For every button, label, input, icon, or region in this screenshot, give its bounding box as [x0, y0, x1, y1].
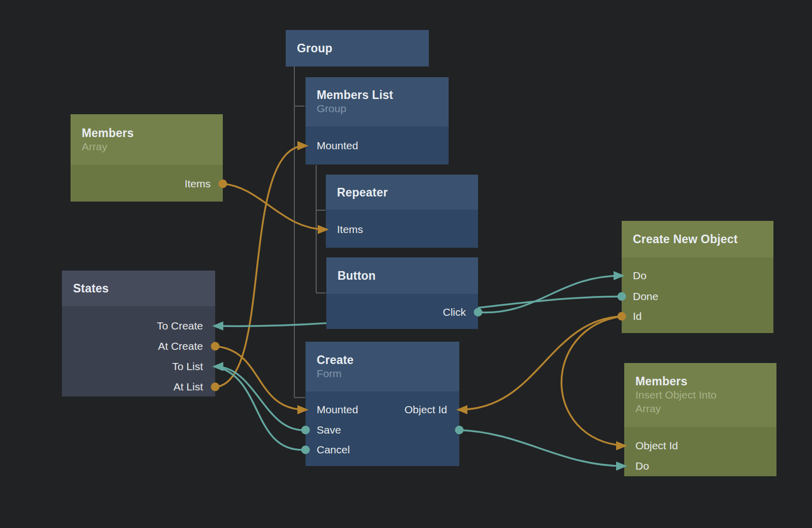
- connection-save-to-tolist[interactable]: [215, 367, 306, 430]
- node-states[interactable]: StatesTo CreateAt CreateTo ListAt List: [62, 271, 215, 397]
- node-header[interactable]: CreateForm: [306, 342, 459, 391]
- node-header[interactable]: Create New Object: [622, 221, 773, 257]
- node-title: States: [73, 282, 204, 295]
- port-to-list-label[interactable]: To List: [172, 360, 203, 373]
- connection-click-to-do[interactable]: [478, 276, 622, 312]
- node-subtitle: Array: [82, 140, 186, 153]
- node-button[interactable]: ButtonClick: [326, 257, 478, 329]
- node-title: Create: [317, 353, 448, 367]
- node-subtitle: Form: [317, 367, 421, 380]
- node-create[interactable]: CreateFormMountedSaveCancelObject Id: [306, 342, 459, 466]
- node-header[interactable]: Button: [326, 257, 478, 294]
- port-mounted-label[interactable]: Mounted: [317, 403, 358, 416]
- connection-save-to-insert-do[interactable]: [459, 430, 624, 466]
- node-subtitle: Insert Object Into Array: [635, 388, 739, 415]
- port-at-list-label[interactable]: At List: [174, 380, 203, 393]
- port-click-label[interactable]: Click: [443, 306, 466, 319]
- node-title: Create New Object: [633, 233, 762, 246]
- node-members-list[interactable]: Members ListGroupMounted: [306, 77, 449, 164]
- port-save-label[interactable]: Save: [317, 423, 341, 437]
- port-do-label[interactable]: Do: [633, 269, 647, 282]
- port-to-create-label[interactable]: To Create: [157, 319, 203, 333]
- port-do-label[interactable]: Do: [635, 459, 649, 473]
- node-header[interactable]: Members ListGroup: [306, 77, 449, 126]
- node-title: Group: [297, 42, 418, 55]
- port-items-label[interactable]: Items: [337, 223, 363, 236]
- node-header[interactable]: Group: [286, 30, 429, 67]
- node-repeater[interactable]: RepeaterItems: [326, 175, 478, 248]
- node-header[interactable]: MembersInsert Object Into Array: [624, 363, 776, 427]
- node-create-new-object[interactable]: Create New ObjectDoDoneId: [622, 221, 773, 333]
- node-header[interactable]: States: [62, 271, 215, 306]
- node-graph-canvas[interactable]: GroupMembers ListGroupMountedRepeaterIte…: [0, 0, 812, 528]
- port-object-id-label[interactable]: Object Id: [404, 403, 447, 416]
- connection-items-to-items[interactable]: [223, 184, 326, 229]
- node-title: Members: [635, 375, 765, 388]
- port-items-label[interactable]: Items: [185, 177, 211, 190]
- node-title: Button: [337, 269, 467, 282]
- connection-id-to-objectid-form[interactable]: [459, 316, 622, 410]
- node-title: Members List: [317, 88, 437, 102]
- node-group[interactable]: Group: [286, 30, 429, 67]
- port-mounted-label[interactable]: Mounted: [317, 139, 358, 152]
- port-object-id-label[interactable]: Object Id: [635, 439, 678, 452]
- port-id-label[interactable]: Id: [633, 310, 642, 323]
- connection-atlist-to-mounted[interactable]: [215, 146, 306, 387]
- node-members-array[interactable]: MembersArrayItems: [71, 114, 223, 202]
- node-title: Members: [82, 126, 212, 140]
- node-title: Repeater: [337, 186, 467, 199]
- port-done-label[interactable]: Done: [633, 290, 658, 303]
- port-cancel-label[interactable]: Cancel: [317, 443, 350, 456]
- node-header[interactable]: Repeater: [326, 175, 478, 210]
- node-header[interactable]: MembersArray: [71, 114, 223, 165]
- port-at-create-label[interactable]: At Create: [158, 340, 203, 353]
- node-members-insert[interactable]: MembersInsert Object Into ArrayObject Id…: [624, 363, 776, 476]
- node-subtitle: Group: [317, 102, 421, 115]
